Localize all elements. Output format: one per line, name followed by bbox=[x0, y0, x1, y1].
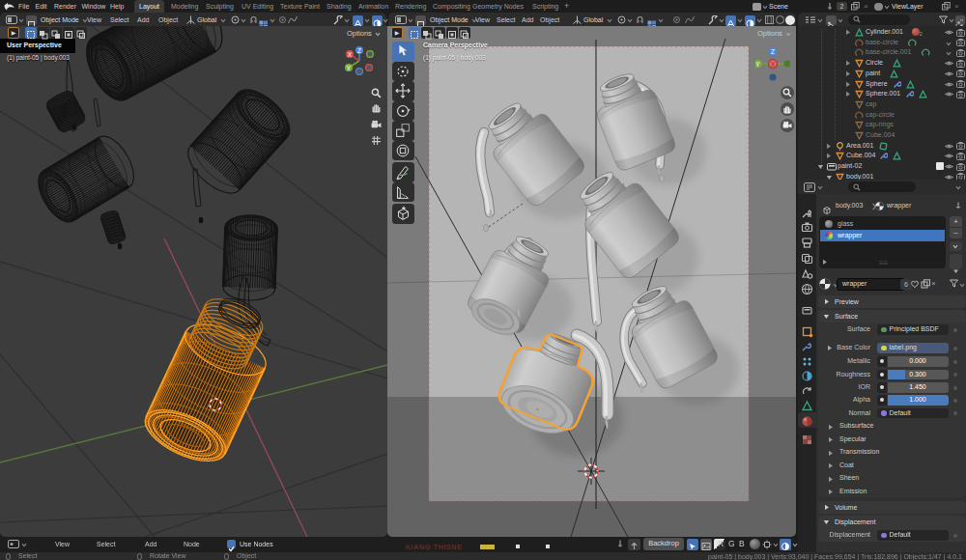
svg-text:X: X bbox=[348, 51, 353, 58]
svg-text:X: X bbox=[771, 61, 776, 68]
svg-text:Z: Z bbox=[771, 48, 775, 55]
svg-text:Y: Y bbox=[755, 61, 760, 68]
svg-text:Z: Z bbox=[357, 47, 361, 54]
svg-text:Y: Y bbox=[347, 65, 352, 71]
